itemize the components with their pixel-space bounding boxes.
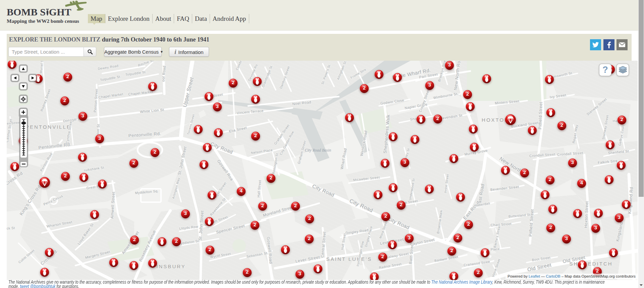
svg-text:SAINT LUKE’S: SAINT LUKE’S xyxy=(326,256,372,262)
svg-text:Hoxton Street: Hoxton Street xyxy=(584,201,589,228)
svg-text:ick St: ick St xyxy=(7,226,15,230)
svg-text:FINSBURY: FINSBURY xyxy=(152,264,186,269)
svg-text:City Road Basin: City Road Basin xyxy=(305,148,331,153)
svg-text:PENTONVILLE: PENTONVILLE xyxy=(25,124,71,130)
svg-text:Ha: Ha xyxy=(612,119,618,123)
svg-text:SHOREDITCH: SHOREDITCH xyxy=(569,261,612,267)
svg-text:Pitfield Street: Pitfield Street xyxy=(538,102,543,129)
